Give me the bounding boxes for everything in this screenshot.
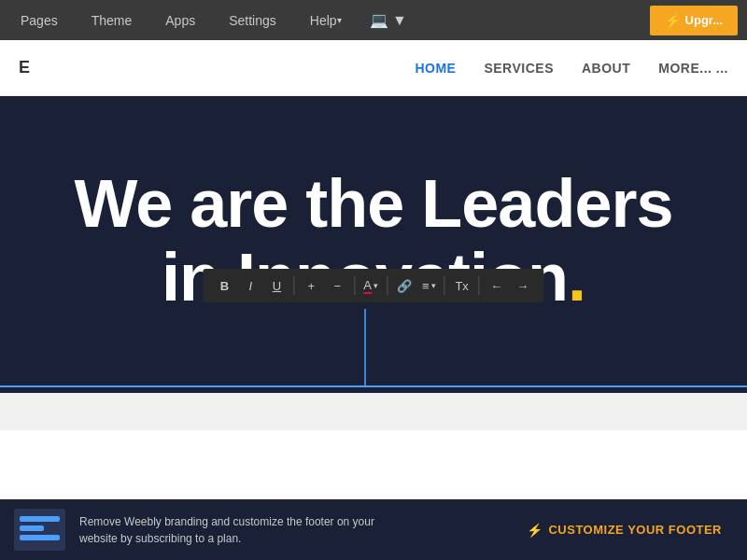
menu-services[interactable]: SERVICES bbox=[484, 61, 554, 76]
customize-footer-button[interactable]: ⚡ CUSTOMIZE YOUR FOOTER bbox=[515, 515, 733, 545]
site-navigation: E HOME SERVICES ABOUT MORE... bbox=[0, 40, 747, 96]
decrease-size-button[interactable]: − bbox=[325, 273, 349, 298]
increase-size-button[interactable]: + bbox=[299, 273, 323, 298]
bold-button[interactable]: B bbox=[212, 273, 236, 298]
monitor-icon[interactable]: 💻 ▼ bbox=[359, 11, 418, 29]
footer-icon-line-3 bbox=[20, 535, 60, 540]
footer-icon-box bbox=[14, 509, 65, 551]
toolbar-divider-1 bbox=[293, 276, 294, 295]
nav-settings[interactable]: Settings bbox=[212, 0, 293, 40]
nav-apps[interactable]: Apps bbox=[148, 0, 212, 40]
footer-bolt-icon: ⚡ bbox=[527, 523, 543, 538]
italic-button[interactable]: I bbox=[238, 273, 262, 298]
text-cursor bbox=[364, 309, 366, 385]
toolbar-divider-4 bbox=[444, 276, 445, 295]
upgrade-button[interactable]: ⚡ Upgr... bbox=[650, 6, 738, 35]
link-button[interactable]: 🔗 bbox=[392, 273, 416, 298]
menu-more[interactable]: MORE... bbox=[658, 61, 728, 76]
text-toolbar: B I U + − A 🔗 ≡ Tx ← bbox=[203, 269, 543, 302]
footer-description-line2: website by subscribing to a plan. bbox=[79, 530, 501, 547]
redo-button[interactable]: → bbox=[511, 273, 535, 298]
site-logo: E bbox=[19, 58, 30, 77]
bolt-icon: ⚡ bbox=[665, 13, 681, 28]
link-icon: 🔗 bbox=[397, 279, 412, 293]
align-button[interactable]: ≡ bbox=[418, 279, 440, 293]
footer-banner: Remove Weebly branding and customize the… bbox=[0, 499, 747, 560]
hero-dot: . bbox=[568, 240, 585, 315]
footer-icon-line-1 bbox=[20, 516, 60, 522]
content-spacer bbox=[0, 393, 747, 430]
footer-icon-line-2 bbox=[20, 525, 44, 531]
menu-about[interactable]: ABOUT bbox=[582, 61, 630, 76]
hero-text-container[interactable]: We are the Leaders in Innovation. bbox=[56, 148, 692, 333]
toolbar-divider-3 bbox=[387, 276, 388, 295]
menu-home[interactable]: HOME bbox=[415, 61, 456, 76]
undo-button[interactable]: ← bbox=[485, 273, 509, 298]
selection-bar bbox=[0, 385, 747, 393]
nav-theme[interactable]: Theme bbox=[75, 0, 149, 40]
clear-format-button[interactable]: Tx bbox=[450, 273, 474, 298]
site-menu: HOME SERVICES ABOUT MORE... bbox=[415, 61, 728, 76]
nav-help[interactable]: Help bbox=[293, 0, 359, 40]
underline-button[interactable]: U bbox=[264, 273, 289, 298]
footer-description-line1: Remove Weebly branding and customize the… bbox=[79, 513, 501, 530]
top-navigation: Pages Theme Apps Settings Help 💻 ▼ ⚡ Upg… bbox=[0, 0, 747, 40]
nav-pages[interactable]: Pages bbox=[9, 0, 75, 40]
footer-text: Remove Weebly branding and customize the… bbox=[79, 513, 501, 547]
hero-section: B I U + − A 🔗 ≡ Tx ← bbox=[0, 96, 747, 385]
toolbar-divider-2 bbox=[354, 276, 355, 295]
color-picker-button[interactable]: A bbox=[359, 278, 382, 294]
toolbar-divider-5 bbox=[479, 276, 480, 295]
